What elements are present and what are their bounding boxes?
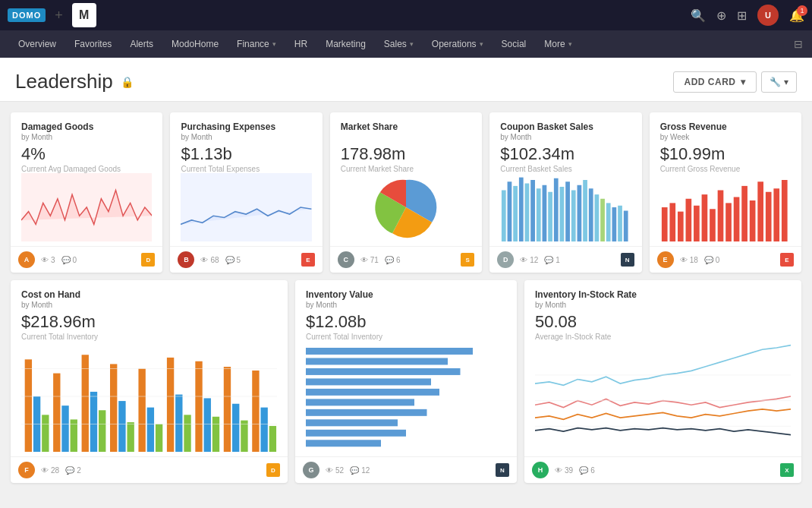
badge: D bbox=[141, 253, 155, 267]
svg-rect-43 bbox=[61, 405, 68, 452]
m-logo[interactable]: M bbox=[72, 3, 96, 27]
finance-caret: ▾ bbox=[272, 40, 276, 48]
add-card-caret: ▾ bbox=[741, 77, 746, 87]
nav-item-more[interactable]: More▾ bbox=[535, 30, 581, 58]
views-stat: 👁 68 bbox=[200, 256, 219, 264]
more-caret: ▾ bbox=[568, 40, 572, 48]
comment-icon: 💬 bbox=[544, 256, 553, 264]
nav-menu: Overview Favorites Alerts ModoHome Finan… bbox=[0, 30, 812, 58]
badge: E bbox=[301, 253, 315, 267]
svg-rect-7 bbox=[537, 188, 541, 241]
svg-rect-61 bbox=[232, 404, 239, 452]
card-purchasing-desc: Current Total Expenses bbox=[181, 165, 311, 173]
nav-item-modohome[interactable]: ModoHome bbox=[162, 30, 228, 58]
card-cost-desc: Current Total Inventory bbox=[21, 333, 277, 341]
svg-rect-57 bbox=[195, 361, 202, 452]
card-damaged-goods: Damaged Goods by Month 4% Current Avg Da… bbox=[11, 112, 162, 273]
svg-rect-41 bbox=[42, 415, 49, 452]
svg-rect-58 bbox=[204, 398, 211, 452]
svg-rect-69 bbox=[306, 348, 473, 355]
nav-item-operations[interactable]: Operations▾ bbox=[423, 30, 493, 58]
svg-rect-78 bbox=[306, 440, 381, 446]
svg-rect-54 bbox=[167, 358, 174, 452]
card-inv-title: Inventory Value bbox=[306, 289, 506, 300]
svg-rect-16 bbox=[589, 188, 593, 241]
nav-item-overview[interactable]: Overview bbox=[9, 30, 65, 58]
cards-row-1: Damaged Goods by Month 4% Current Avg Da… bbox=[11, 112, 801, 273]
comment-icon: 💬 bbox=[65, 466, 74, 475]
views-stat: 👁 39 bbox=[555, 466, 573, 475]
card-purchasing-value: $1.13b bbox=[181, 144, 311, 164]
card-inv-footer: G 👁 52 💬 12 N bbox=[295, 456, 517, 483]
svg-rect-21 bbox=[618, 206, 622, 241]
svg-rect-50 bbox=[127, 422, 134, 452]
footer-avatar: B bbox=[178, 251, 194, 268]
card-instock-footer: H 👁 39 💬 6 X bbox=[524, 456, 801, 483]
views-stat: 👁 28 bbox=[41, 466, 59, 475]
add-icon[interactable]: ⊕ bbox=[716, 8, 726, 23]
card-purchasing-subtitle: by Month bbox=[181, 133, 311, 141]
comments-stat: 💬 5 bbox=[225, 256, 241, 264]
svg-rect-46 bbox=[90, 392, 97, 452]
card-cost-footer: F 👁 28 💬 2 D bbox=[11, 456, 288, 483]
svg-rect-75 bbox=[306, 409, 427, 416]
eye-icon: 👁 bbox=[360, 256, 368, 264]
svg-rect-31 bbox=[725, 203, 732, 241]
card-inv-subtitle: by Month bbox=[306, 301, 506, 309]
user-avatar[interactable]: U bbox=[757, 5, 779, 26]
svg-rect-72 bbox=[306, 378, 431, 385]
svg-rect-77 bbox=[306, 430, 406, 437]
svg-rect-5 bbox=[525, 184, 530, 242]
card-inventory-value: Inventory Value by Month $12.08b Current… bbox=[295, 280, 517, 483]
footer-avatar: G bbox=[303, 462, 319, 478]
svg-rect-13 bbox=[571, 191, 576, 242]
wrench-icon: 🔧 bbox=[770, 77, 781, 87]
nav-item-social[interactable]: Social bbox=[493, 30, 536, 58]
nav-item-sales[interactable]: Sales▾ bbox=[375, 30, 423, 58]
footer-avatar: D bbox=[497, 251, 514, 268]
views-stat: 👁 18 bbox=[680, 256, 698, 264]
svg-rect-2 bbox=[508, 181, 512, 241]
settings-button[interactable]: 🔧 ▾ bbox=[761, 71, 797, 93]
notification-bell[interactable]: 🔔 1 bbox=[789, 8, 804, 23]
nav-settings-icon[interactable]: ⊟ bbox=[794, 38, 803, 50]
comments-stat: 💬 6 bbox=[385, 256, 401, 264]
svg-rect-45 bbox=[82, 355, 89, 452]
dashboard: Damaged Goods by Month 4% Current Avg Da… bbox=[0, 102, 812, 501]
sales-caret: ▾ bbox=[410, 40, 414, 48]
footer-avatar: F bbox=[18, 462, 35, 478]
svg-rect-26 bbox=[685, 199, 691, 241]
grid-icon[interactable]: ⊞ bbox=[737, 8, 747, 23]
eye-icon: 👁 bbox=[326, 466, 333, 475]
nav-item-favorites[interactable]: Favorites bbox=[65, 30, 121, 58]
domo-logo[interactable]: DOMO bbox=[8, 8, 46, 22]
svg-rect-76 bbox=[306, 419, 398, 426]
svg-rect-65 bbox=[269, 426, 276, 452]
svg-rect-71 bbox=[306, 368, 461, 375]
chart-market bbox=[341, 173, 471, 241]
nav-item-finance[interactable]: Finance▾ bbox=[228, 30, 285, 58]
svg-rect-25 bbox=[678, 212, 684, 241]
card-inv-value: $12.08b bbox=[306, 312, 506, 332]
nav-item-alerts[interactable]: Alerts bbox=[121, 30, 162, 58]
badge: S bbox=[461, 253, 474, 267]
card-instock: Inventory In-Stock Rate by Month 50.08 A… bbox=[524, 280, 801, 483]
card-coupon-desc: Current Basket Sales bbox=[500, 165, 631, 173]
comment-icon: 💬 bbox=[61, 256, 71, 264]
svg-rect-10 bbox=[554, 178, 559, 241]
chart-purchasing bbox=[181, 173, 311, 241]
badge: X bbox=[780, 463, 794, 477]
card-cost-subtitle: by Month bbox=[21, 301, 277, 309]
footer-avatar: C bbox=[338, 251, 354, 268]
nav-item-hr[interactable]: HR bbox=[285, 30, 316, 58]
add-card-button[interactable]: ADD CARD ▾ bbox=[673, 71, 757, 93]
badge: E bbox=[780, 253, 794, 267]
cards-row-2: Cost on Hand by Month $218.96m Current T… bbox=[11, 280, 801, 483]
eye-icon: 👁 bbox=[41, 466, 49, 475]
nav-item-marketing[interactable]: Marketing bbox=[316, 30, 375, 58]
svg-rect-70 bbox=[306, 358, 448, 364]
svg-rect-39 bbox=[25, 359, 32, 452]
svg-rect-14 bbox=[578, 185, 582, 241]
card-market-subtitle: - bbox=[341, 133, 471, 141]
search-icon[interactable]: 🔍 bbox=[691, 8, 706, 23]
